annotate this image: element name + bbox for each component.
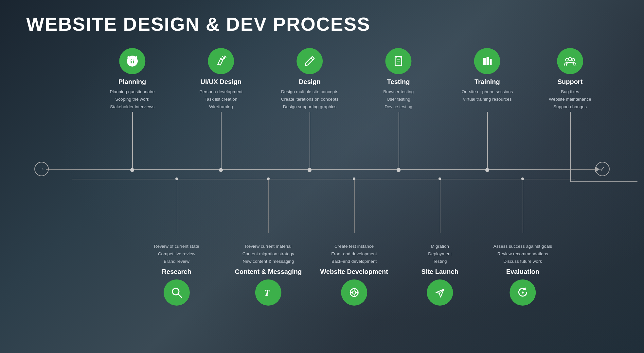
svg-line-20 bbox=[178, 294, 182, 297]
process-item-design: Design Design multiple site conceptsCrea… bbox=[281, 48, 339, 111]
webdev-detail: Create test instanceFront-end developmen… bbox=[320, 243, 388, 265]
support-title: Support bbox=[549, 78, 591, 86]
dot-research bbox=[175, 177, 178, 180]
connector-training bbox=[487, 112, 488, 170]
webdev-icon-circle bbox=[341, 279, 367, 306]
uiux-icon-circle bbox=[208, 48, 234, 74]
connector-webdev bbox=[354, 179, 355, 233]
testing-icon-circle bbox=[385, 48, 412, 74]
dot-eval bbox=[521, 177, 524, 180]
connector-testing bbox=[399, 112, 399, 170]
svg-point-18 bbox=[572, 59, 575, 61]
testing-title: Testing bbox=[383, 78, 414, 86]
connector-support-h bbox=[570, 181, 637, 182]
svg-point-0 bbox=[127, 56, 129, 58]
svg-point-17 bbox=[565, 59, 568, 61]
launch-title: Site Launch bbox=[421, 268, 458, 276]
svg-point-29 bbox=[522, 292, 524, 294]
training-icon-circle bbox=[474, 48, 500, 74]
dot-launch bbox=[438, 177, 441, 180]
training-detail: On-site or phone sessionsVirtual trainin… bbox=[461, 88, 513, 103]
svg-point-3 bbox=[223, 57, 225, 59]
process-item-support: Support Bug fixesWebsite maintenanceSupp… bbox=[549, 48, 591, 111]
main-container: WEBSITE DESIGN & DEV PROCESS → ✓ bbox=[0, 0, 644, 353]
process-item-research: Review of current stateCompetitive revie… bbox=[154, 243, 199, 310]
process-item-content: Review current materialContent migration… bbox=[235, 243, 302, 310]
content-icon-circle: T bbox=[255, 279, 281, 306]
planning-detail: Planning questionnaireScoping the workSt… bbox=[110, 88, 154, 111]
process-item-launch: MigrationDeploymentTesting Site Launch bbox=[421, 243, 458, 310]
svg-rect-13 bbox=[483, 58, 486, 65]
evaluation-title: Evaluation bbox=[493, 268, 552, 276]
dot-webdev bbox=[353, 177, 355, 180]
testing-detail: Browser testingUser testingDevice testin… bbox=[383, 88, 414, 111]
dot-training bbox=[485, 168, 489, 172]
dot-planning bbox=[130, 168, 134, 172]
content-title: Content & Messaging bbox=[235, 268, 302, 276]
dot-design bbox=[308, 168, 312, 172]
webdev-title: Website Development bbox=[320, 268, 388, 276]
design-icon-circle bbox=[296, 48, 323, 74]
svg-line-8 bbox=[311, 58, 313, 60]
support-icon-circle bbox=[557, 48, 583, 74]
dot-content bbox=[267, 177, 270, 180]
svg-point-23 bbox=[352, 291, 356, 294]
research-title: Research bbox=[154, 268, 199, 276]
svg-line-7 bbox=[225, 56, 226, 57]
uiux-detail: Persona developmentTask list creationWir… bbox=[200, 88, 242, 111]
connector-support bbox=[570, 112, 571, 182]
dot-uiux bbox=[219, 168, 223, 172]
page-title: WEBSITE DESIGN & DEV PROCESS bbox=[26, 0, 618, 42]
process-item-uiux: UI/UX Design Persona developmentTask lis… bbox=[200, 48, 242, 111]
connector-content bbox=[268, 179, 269, 233]
support-detail: Bug fixesWebsite maintenanceSupport chan… bbox=[549, 88, 591, 111]
design-detail: Design multiple site conceptsCreate iter… bbox=[281, 88, 339, 111]
design-title: Design bbox=[281, 78, 339, 86]
timeline-line bbox=[46, 169, 598, 170]
process-item-training: Training On-site or phone sessionsVirtua… bbox=[461, 48, 513, 103]
connector-design bbox=[310, 112, 310, 170]
start-circle: → bbox=[34, 162, 49, 176]
svg-point-1 bbox=[135, 56, 137, 58]
research-icon-circle bbox=[164, 279, 190, 306]
content-detail: Review current materialContent migration… bbox=[235, 243, 302, 265]
svg-text:T: T bbox=[264, 288, 271, 298]
svg-rect-15 bbox=[490, 59, 492, 65]
process-item-webdev: Create test instanceFront-end developmen… bbox=[320, 243, 388, 310]
planning-icon-circle bbox=[119, 48, 145, 74]
connector-uiux bbox=[221, 112, 222, 170]
timeline-line-secondary bbox=[72, 179, 575, 179]
svg-point-16 bbox=[568, 58, 572, 61]
launch-icon-circle bbox=[427, 279, 453, 306]
connector-research bbox=[177, 179, 177, 233]
evaluation-detail: Assess success against goalsReview recom… bbox=[493, 243, 552, 265]
svg-point-4 bbox=[222, 56, 223, 57]
svg-point-2 bbox=[131, 64, 133, 66]
connector-eval bbox=[523, 179, 523, 233]
evaluation-icon-circle bbox=[510, 279, 536, 306]
dot-testing bbox=[397, 168, 401, 172]
launch-detail: MigrationDeploymentTesting bbox=[421, 243, 458, 265]
planning-title: Planning bbox=[110, 78, 154, 86]
connector-planning bbox=[132, 112, 133, 170]
training-title: Training bbox=[461, 78, 513, 86]
svg-rect-14 bbox=[487, 57, 489, 65]
process-item-planning: Planning Planning questionnaireScoping t… bbox=[110, 48, 154, 111]
process-item-testing: Testing Browser testingUser testingDevic… bbox=[383, 48, 414, 111]
end-circle: ✓ bbox=[595, 162, 610, 176]
connector-launch bbox=[440, 179, 440, 233]
uiux-title: UI/UX Design bbox=[200, 78, 242, 86]
process-item-evaluation: Assess success against goalsReview recom… bbox=[493, 243, 552, 310]
research-detail: Review of current stateCompetitive revie… bbox=[154, 243, 199, 265]
timeline-wrapper: → ✓ Planning Planning questionnaireSc bbox=[26, 48, 618, 310]
